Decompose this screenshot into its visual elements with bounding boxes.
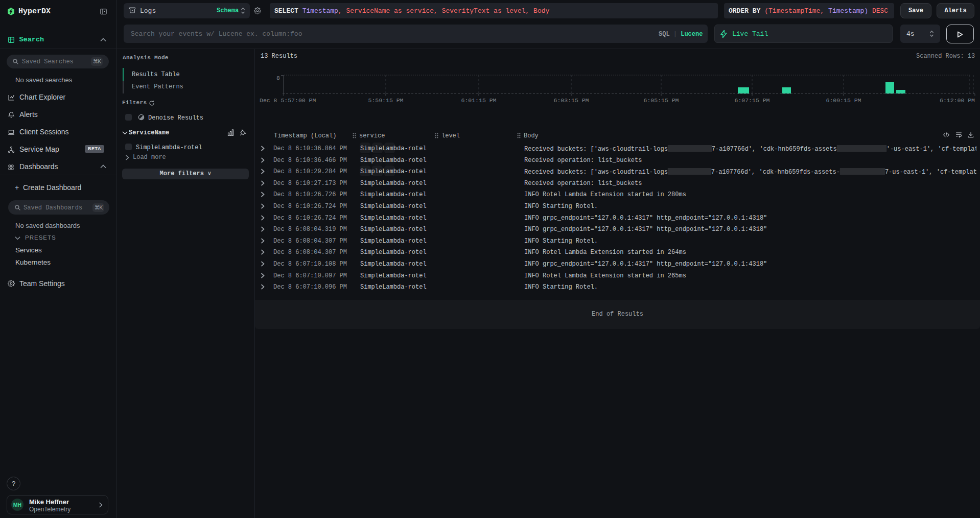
svg-text:6:09:15 PM: 6:09:15 PM [826, 97, 861, 104]
svg-text:6:01:15 PM: 6:01:15 PM [461, 97, 496, 104]
svg-text:Dec 8 5:57:00 PM: Dec 8 5:57:00 PM [260, 97, 316, 104]
svg-text:6:05:15 PM: 6:05:15 PM [643, 97, 679, 104]
svg-text:6:07:15 PM: 6:07:15 PM [734, 97, 769, 104]
svg-text:5:59:15 PM: 5:59:15 PM [368, 97, 403, 104]
svg-text:6:12:00 PM: 6:12:00 PM [940, 97, 975, 104]
svg-text:8: 8 [276, 75, 280, 81]
svg-text:6:03:15 PM: 6:03:15 PM [553, 97, 589, 104]
